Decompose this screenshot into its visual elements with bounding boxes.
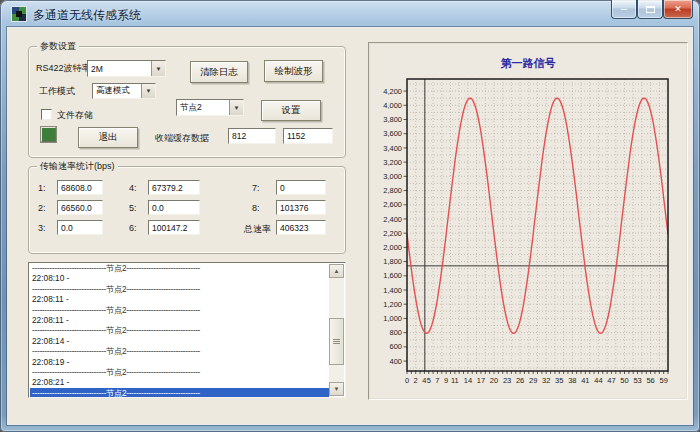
log-entry-row[interactable]: 22:08:14 -	[30, 336, 329, 346]
chart-panel: 第一路信号 4006008001,0001,2001,4001,6001,800…	[368, 42, 688, 400]
x-tick-label: 14	[464, 376, 472, 385]
y-tick-label: 2,000	[383, 243, 402, 252]
log-entry-row[interactable]: 22:08:21 -	[30, 377, 329, 387]
close-icon: ✕	[674, 4, 682, 14]
file-store-checkbox[interactable]	[41, 109, 52, 120]
baud-combobox[interactable]: 2M ▼	[87, 60, 166, 77]
log-entry-row[interactable]: 22:08:11 -	[30, 315, 329, 325]
log-entry-row[interactable]: 22:08:11 -	[30, 294, 329, 304]
x-tick-label: 35	[555, 376, 563, 385]
rx-buffer-field-2[interactable]: 1152	[283, 128, 333, 144]
scrollbar-thumb[interactable]	[329, 318, 344, 365]
y-tick-label: 1,400	[383, 286, 402, 295]
x-tick-label: 20	[490, 376, 498, 385]
stat-label: 2:	[38, 203, 46, 213]
stat-label: 7:	[252, 183, 260, 193]
stat-field[interactable]: 68608.0	[57, 180, 103, 195]
title-bar[interactable]: 多通道无线传感系统 ─ ✕	[0, 0, 700, 28]
y-tick-label: 1,800	[383, 257, 402, 266]
x-tick-label: 23	[503, 376, 511, 385]
stat-label: 3:	[38, 223, 46, 233]
app-icon	[11, 6, 27, 22]
clear-log-button[interactable]: 清除日志	[190, 61, 248, 83]
x-tick-label: 38	[568, 376, 576, 385]
exit-button[interactable]: 退出	[78, 127, 138, 148]
status-indicator-button[interactable]	[41, 127, 56, 142]
stat-field[interactable]: 101376	[276, 200, 326, 215]
client-area: 参数设置 RS422波特率 2M ▼ 工作模式 高速模式 ▼ 清除日志 绘制波形…	[8, 28, 692, 424]
stat-field[interactable]: 0	[276, 180, 326, 195]
stat-field[interactable]: 66560.0	[57, 200, 103, 215]
y-tick-label: 2,600	[383, 200, 402, 209]
x-tick-label: 17	[477, 376, 485, 385]
log-separator-row[interactable]: ------------------------------节点2-------…	[30, 305, 329, 315]
dropdown-arrow-icon[interactable]: ▼	[229, 100, 243, 115]
x-tick-label: 44	[594, 376, 602, 385]
log-entry-row[interactable]: 22:08:19 -	[30, 357, 329, 367]
x-tick-label: 9	[444, 376, 448, 385]
x-tick-label: 32	[542, 376, 550, 385]
chart-canvas[interactable]: 4006008001,0001,2001,4001,6001,8002,0002…	[369, 43, 689, 401]
log-scrollbar[interactable]: ▲ ▼	[329, 264, 344, 396]
file-store-label: 文件存储	[57, 109, 93, 122]
y-tick-label: 1,000	[383, 314, 402, 323]
y-tick-label: 2,200	[383, 229, 402, 238]
stat-field[interactable]: 67379.2	[148, 180, 200, 195]
log-separator-row[interactable]: ------------------------------节点2-------…	[30, 346, 329, 356]
x-tick-label: 47	[607, 376, 615, 385]
x-tick-label: 2	[414, 376, 418, 385]
stat-field[interactable]: 406323	[276, 220, 326, 235]
stat-field[interactable]: 0.0	[148, 200, 200, 215]
y-tick-label: 3,400	[383, 144, 402, 153]
stat-label: 8:	[252, 203, 260, 213]
log-list-container: ------------------------------节点2-------…	[28, 262, 346, 398]
log-separator-row[interactable]: ------------------------------节点2-------…	[30, 284, 329, 294]
draw-wave-button[interactable]: 绘制波形	[264, 60, 323, 82]
node-value: 节点2	[177, 102, 229, 114]
y-tick-label: 2,400	[383, 215, 402, 224]
window-title: 多通道无线传感系统	[33, 7, 141, 24]
baud-label: RS422波特率	[36, 62, 91, 75]
dropdown-arrow-icon[interactable]: ▼	[141, 84, 155, 98]
rx-buffer-label: 收端缓存数据	[155, 132, 209, 145]
scroll-down-icon: ▼	[334, 386, 340, 392]
y-tick-label: 3,000	[383, 172, 402, 181]
x-tick-label: 29	[529, 376, 537, 385]
mode-combobox[interactable]: 高速模式 ▼	[92, 83, 156, 99]
app-window: 多通道无线传感系统 ─ ✕ 参数设置 RS422波特率 2M ▼ 工作模式 高速…	[0, 0, 700, 432]
log-separator-row[interactable]: ------------------------------节点2-------…	[30, 367, 329, 377]
stat-label: 6:	[129, 223, 137, 233]
maximize-icon	[646, 6, 655, 13]
maximize-button[interactable]	[637, 0, 663, 19]
scroll-up-button[interactable]: ▲	[329, 264, 344, 278]
stats-group-title: 传输速率统计(bps)	[37, 160, 118, 173]
log-separator-row[interactable]: ------------------------------节点2-------…	[30, 263, 329, 273]
log-separator-row[interactable]: ------------------------------节点2-------…	[30, 325, 329, 335]
y-tick-label: 3,200	[383, 158, 402, 167]
set-button[interactable]: 设置	[261, 100, 321, 121]
y-tick-label: 4,000	[383, 101, 402, 110]
stat-field[interactable]: 100147.2	[148, 220, 200, 235]
x-tick-label: 26	[516, 376, 524, 385]
y-tick-label: 600	[389, 342, 402, 351]
log-list: ------------------------------节点2-------…	[30, 263, 329, 397]
x-tick-label: 56	[646, 376, 654, 385]
scroll-down-button[interactable]: ▼	[329, 382, 344, 396]
minimize-icon: ─	[621, 4, 627, 14]
y-tick-label: 800	[389, 328, 402, 337]
plot-border	[407, 79, 668, 371]
log-entry-row[interactable]: 22:08:10 -	[30, 273, 329, 283]
y-tick-label: 2,800	[383, 186, 402, 195]
minimize-button[interactable]: ─	[611, 0, 637, 19]
stat-field[interactable]: 0.0	[57, 220, 103, 235]
dropdown-arrow-icon[interactable]: ▼	[151, 61, 165, 76]
x-tick-label: 7	[435, 376, 439, 385]
log-separator-row[interactable]: ------------------------------节点2-------…	[30, 388, 329, 397]
close-button[interactable]: ✕	[663, 0, 693, 19]
x-tick-label: 41	[581, 376, 589, 385]
stat-label: 总速率	[244, 223, 271, 236]
rx-buffer-field-1[interactable]: 812	[228, 128, 276, 144]
stat-label: 4:	[129, 183, 137, 193]
baud-value: 2M	[88, 64, 151, 74]
node-combobox[interactable]: 节点2 ▼	[176, 99, 244, 116]
